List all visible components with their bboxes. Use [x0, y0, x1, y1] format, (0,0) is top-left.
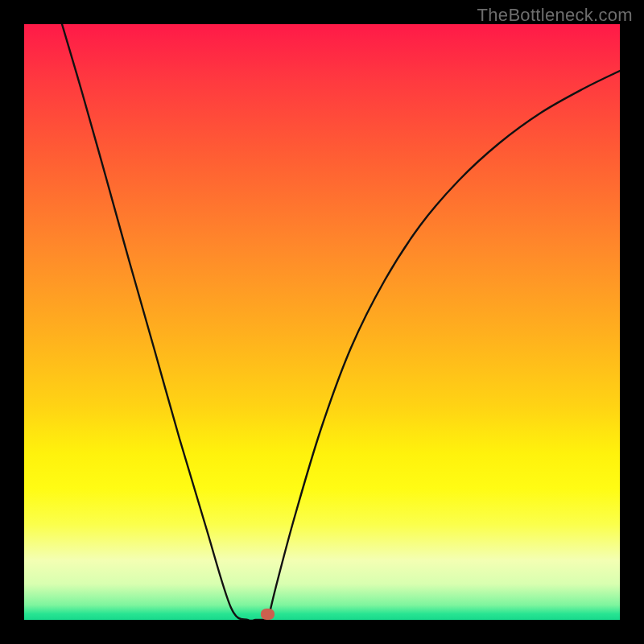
- curve-svg: [24, 24, 620, 620]
- bottleneck-curve: [62, 24, 620, 620]
- watermark-text: TheBottleneck.com: [477, 5, 633, 26]
- optimum-marker: [261, 609, 275, 620]
- chart-frame: TheBottleneck.com: [0, 0, 644, 644]
- plot-area: [24, 24, 620, 620]
